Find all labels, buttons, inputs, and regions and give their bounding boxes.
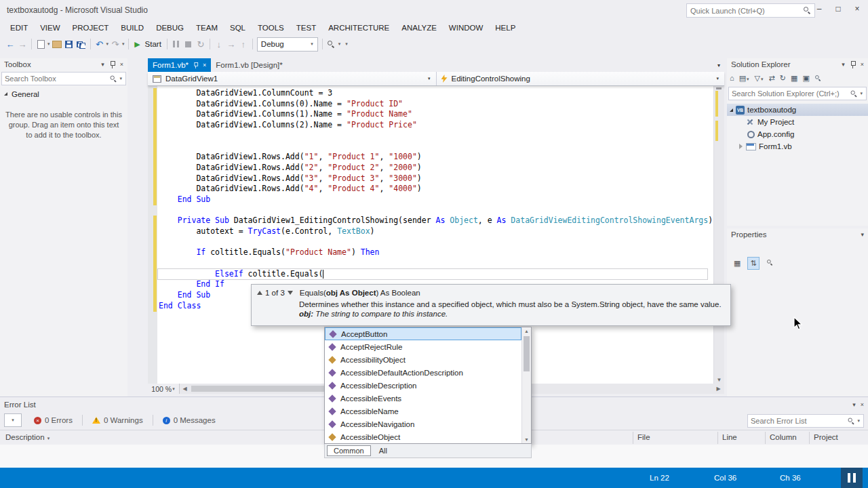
start-debug-icon[interactable]: ▶ — [132, 37, 144, 51]
scroll-down-icon[interactable]: ▼ — [522, 437, 531, 442]
menu-item-analyze[interactable]: ANALYZE — [395, 24, 443, 32]
code-line[interactable]: DataGridView1.Columns(1).Name = "Product… — [159, 109, 713, 120]
close-icon[interactable]: × — [203, 62, 206, 68]
column-header-description[interactable]: Description ▾ — [5, 433, 50, 441]
toolbox-section-general[interactable]: General — [0, 87, 127, 100]
code-line[interactable] — [159, 258, 713, 269]
errors-toggle[interactable]: × 0 Errors — [27, 416, 79, 424]
zoom-select[interactable]: 100 % ▾ — [148, 384, 180, 394]
tab-form1-vb[interactable]: Form1.vb* × — [148, 58, 211, 72]
menu-item-team[interactable]: TEAM — [190, 24, 224, 32]
object-dropdown[interactable]: DataGridView1 ▾ — [148, 72, 436, 85]
code-line[interactable]: End Sub — [159, 195, 713, 205]
step-over-icon[interactable]: → — [225, 37, 237, 51]
scroll-up-icon[interactable]: ▲ — [522, 329, 531, 333]
code-line[interactable]: DataGridView1.Columns(0).Name = "Product… — [159, 99, 713, 110]
window-position-chevron-icon[interactable]: ▾ — [842, 61, 845, 68]
completion-item[interactable]: AcceptRejectRule — [325, 340, 521, 353]
document-list-chevron-icon[interactable]: ▾ — [717, 62, 720, 68]
tree-item-form1-vb[interactable]: Form1.vb — [727, 140, 868, 152]
warnings-toggle[interactable]: 0 Warnings — [85, 416, 150, 424]
scroll-down-icon[interactable]: ▼ — [714, 377, 724, 383]
completion-scrollbar[interactable]: ▲ ▼ — [521, 327, 531, 443]
menu-item-architecture[interactable]: ARCHITECTURE — [322, 24, 395, 32]
new-file-icon[interactable] — [35, 37, 47, 51]
step-into-icon[interactable]: ↓ — [213, 37, 225, 51]
open-file-icon[interactable] — [51, 37, 63, 51]
menu-item-help[interactable]: HELP — [489, 24, 521, 32]
column-header-column[interactable]: Column — [770, 433, 797, 441]
new-file-chevron-icon[interactable]: ▾ — [47, 41, 50, 47]
categorized-icon[interactable]: ▦ — [731, 257, 743, 270]
menu-item-sql[interactable]: SQL — [224, 24, 252, 32]
code-line[interactable]: autotext = TryCast(e.Control, TextBox) — [159, 226, 713, 237]
find-in-files-icon[interactable] — [326, 37, 338, 51]
error-filter-dropdown[interactable]: ▾ — [4, 413, 22, 427]
properties-icon[interactable] — [815, 75, 821, 81]
column-header-project[interactable]: Project — [814, 433, 838, 441]
home-icon[interactable]: ⌂ — [730, 74, 734, 82]
toolbox-header[interactable]: Toolbox ▾ × — [0, 58, 127, 70]
solution-explorer-header[interactable]: Solution Explorer ▾ × — [727, 58, 868, 70]
tree-item-app-config[interactable]: App.config — [727, 128, 868, 140]
undo-chevron-icon[interactable]: ▾ — [106, 41, 109, 47]
completion-item[interactable]: AccessibleNavigation — [325, 418, 521, 430]
properties-header[interactable]: Properties ▾ — [727, 228, 868, 241]
redo-chevron-icon[interactable]: ▾ — [122, 41, 125, 47]
pause-indicator[interactable] — [841, 468, 863, 488]
scrollbar-thumb[interactable] — [524, 336, 530, 371]
completion-item[interactable]: AccessibleObject — [325, 430, 521, 443]
completion-item[interactable]: AccessibleDefaultActionDescription — [325, 366, 521, 379]
save-icon[interactable] — [63, 37, 75, 51]
maximize-button[interactable]: □ — [829, 0, 848, 18]
code-line[interactable]: DataGridView1.ColumnCount = 3 — [159, 88, 713, 99]
undo-icon[interactable]: ↶ — [94, 37, 106, 51]
close-icon[interactable]: × — [861, 401, 864, 408]
close-icon[interactable]: × — [120, 61, 123, 68]
signature-next-icon[interactable] — [288, 291, 293, 295]
quick-launch-input[interactable]: Quick Launch (Ctrl+Q) — [686, 3, 815, 18]
pin-icon[interactable] — [109, 61, 115, 68]
completion-tab-all[interactable]: All — [373, 446, 393, 455]
code-line[interactable]: Private Sub DataGridView1_EditingControl… — [159, 216, 713, 226]
code-line[interactable]: DataGridView1.Rows.Add("4", "Product 4",… — [159, 184, 713, 195]
break-all-icon[interactable] — [170, 37, 182, 51]
tree-item-my-project[interactable]: My Project — [727, 116, 868, 128]
window-position-chevron-icon[interactable]: ▾ — [852, 401, 856, 408]
menu-item-tools[interactable]: TOOLS — [252, 24, 290, 32]
minimize-button[interactable]: – — [810, 0, 829, 18]
completion-tab-common[interactable]: Common — [327, 445, 371, 456]
pending-changes-filter-icon[interactable]: ▽▾ — [755, 74, 764, 83]
property-pages-icon[interactable] — [764, 257, 776, 270]
code-line[interactable]: DataGridView1.Rows.Add("1", "Product 1",… — [159, 152, 713, 163]
step-out-icon[interactable]: ↑ — [237, 37, 250, 51]
window-position-chevron-icon[interactable]: ▾ — [101, 61, 104, 68]
code-line[interactable] — [159, 141, 713, 152]
pin-icon[interactable] — [193, 62, 198, 68]
completion-item[interactable]: AcceptButton — [325, 327, 521, 340]
completion-item[interactable]: AccessibleDescription — [325, 379, 521, 392]
menu-item-build[interactable]: BUILD — [115, 24, 150, 32]
expander-icon[interactable] — [739, 144, 743, 149]
code-line[interactable] — [159, 131, 713, 142]
code-line[interactable]: If coltitle.Equals("Product Name") Then — [159, 247, 713, 258]
menu-item-view[interactable]: VIEW — [34, 24, 66, 32]
menu-item-debug[interactable]: DEBUG — [150, 24, 190, 32]
redo-icon[interactable]: ↷ — [109, 37, 121, 51]
scroll-left-icon[interactable]: ◀ — [180, 386, 190, 392]
restart-icon[interactable]: ↻ — [195, 37, 207, 51]
tab-form1-vb-design[interactable]: Form1.vb [Design]* — [211, 58, 287, 72]
code-line[interactable]: ElseIf coltitle.Equals( — [159, 269, 713, 280]
vertical-scrollbar[interactable]: ▼ — [713, 85, 724, 384]
expander-icon[interactable] — [730, 108, 733, 112]
error-list-search-input[interactable]: Search Error List ▾ — [747, 414, 864, 428]
switch-views-icon[interactable]: ▤▾ — [739, 74, 750, 83]
save-all-icon[interactable] — [75, 37, 87, 51]
menu-item-test[interactable]: TEST — [290, 24, 322, 32]
event-dropdown[interactable]: EditingControlShowing ▾ — [436, 72, 725, 85]
signature-prev-icon[interactable] — [257, 291, 262, 295]
toolbar-options-chevron-icon[interactable]: ▾ — [345, 41, 348, 47]
navigate-back-icon[interactable]: ← — [4, 37, 16, 51]
menu-item-window[interactable]: WINDOW — [443, 24, 489, 32]
code-line[interactable]: DataGridView1.Columns(2).Name = "Product… — [159, 120, 713, 131]
